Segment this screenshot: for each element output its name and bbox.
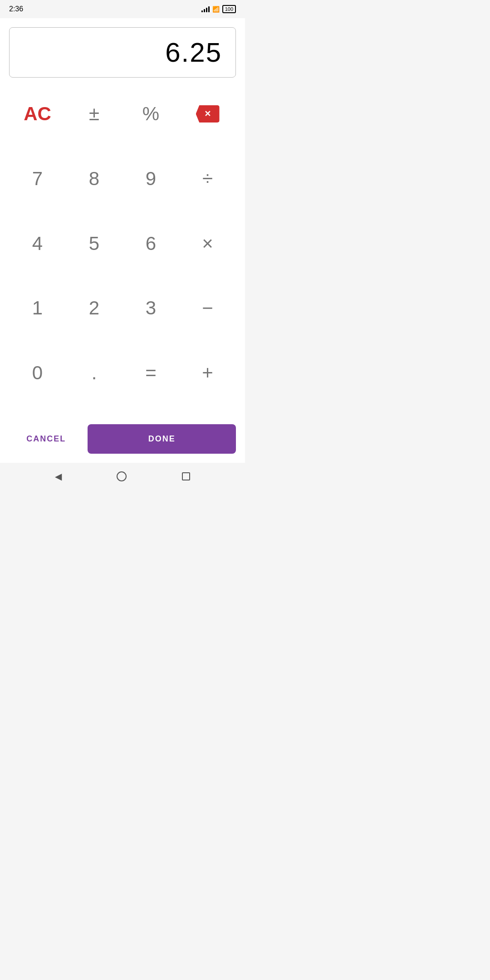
divide-button[interactable]: ÷ [179, 156, 236, 201]
status-icons: 📶 100 [201, 5, 236, 13]
eight-button[interactable]: 8 [66, 156, 122, 201]
nav-bar: ◀ [0, 463, 245, 490]
decimal-button[interactable]: . [66, 350, 122, 396]
two-button[interactable]: 2 [66, 285, 122, 331]
bottom-bar: CANCEL DONE [9, 420, 236, 463]
backspace-button[interactable] [179, 91, 236, 137]
add-button[interactable]: + [179, 350, 236, 396]
recents-button[interactable] [182, 472, 190, 480]
equals-button[interactable]: = [122, 350, 179, 396]
wifi-icon: 📶 [212, 6, 220, 13]
four-button[interactable]: 4 [9, 221, 66, 266]
ac-button[interactable]: AC [9, 91, 66, 137]
zero-button[interactable]: 0 [9, 350, 66, 396]
display-value: 6.25 [165, 37, 222, 68]
cancel-button[interactable]: CANCEL [9, 424, 83, 454]
status-bar: 2:36 📶 100 [0, 0, 245, 18]
status-time: 2:36 [9, 5, 23, 13]
three-button[interactable]: 3 [122, 285, 179, 331]
five-button[interactable]: 5 [66, 221, 122, 266]
percent-button[interactable]: % [122, 91, 179, 137]
button-grid: AC ± % 7 8 9 ÷ 4 5 6 [9, 91, 236, 411]
nine-button[interactable]: 9 [122, 156, 179, 201]
signal-icon [201, 6, 210, 12]
backspace-icon [196, 105, 220, 122]
calculator: 6.25 AC ± % 7 8 9 ÷ 4 [0, 18, 245, 463]
seven-button[interactable]: 7 [9, 156, 66, 201]
plus-minus-button[interactable]: ± [66, 91, 122, 137]
multiply-button[interactable]: × [179, 221, 236, 266]
display-container: 6.25 [9, 27, 236, 78]
one-button[interactable]: 1 [9, 285, 66, 331]
done-button[interactable]: DONE [88, 424, 236, 454]
six-button[interactable]: 6 [122, 221, 179, 266]
subtract-button[interactable]: − [179, 285, 236, 331]
battery-icon: 100 [222, 5, 236, 13]
home-button[interactable] [117, 471, 127, 481]
back-button[interactable]: ◀ [55, 471, 62, 482]
